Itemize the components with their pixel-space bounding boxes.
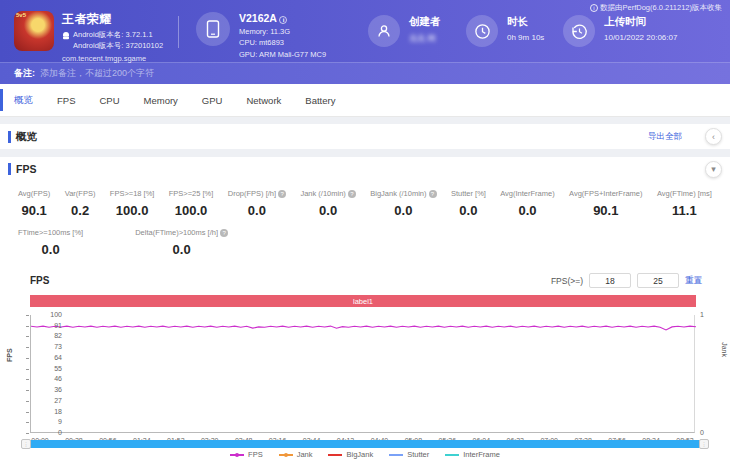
overview-title: 概览 (16, 130, 37, 144)
range-handle-right[interactable]: ⋮ (699, 439, 709, 449)
legend-swatch (230, 454, 244, 456)
stat-avg-interframe: Avg(InterFrame) 0.0 (500, 189, 554, 218)
y-tick: 27 (36, 397, 62, 404)
upload-value: 10/01/2022 20:06:07 (604, 33, 677, 42)
legend-swatch (328, 454, 342, 456)
android-icon (62, 31, 70, 40)
fps-stats-row-2: FTime>=100ms [%] 0.0 Delta(FTime)>100ms … (0, 228, 730, 257)
device-info-icon[interactable]: i (279, 16, 287, 24)
y-tick: 9 (36, 418, 62, 425)
y-tick: 100 (36, 311, 62, 318)
range-handle-left[interactable]: ⋮ (21, 439, 31, 449)
info-icon: i (590, 4, 598, 12)
legend-item-fps[interactable]: FPS (230, 450, 263, 459)
stat-fps-ge-18: FPS>=18 [%] 100.0 (110, 189, 155, 218)
fps-stats-row-1: Avg(FPS) 90.1 Var(FPS) 0.2 FPS>=18 [%] 1… (0, 189, 730, 218)
y-tick: 18 (36, 408, 62, 415)
app-info: 王者荣耀 Android版本名: 3.72.1.1 Android版本号: 37… (14, 11, 163, 63)
y-tick: 73 (36, 343, 62, 350)
report-header: i 数据由PerfDog(6.0.211212)版本收集 王者荣耀 Androi… (0, 0, 730, 62)
section-accent (8, 131, 11, 143)
tab-bar: 概览 FPS CPU Memory GPU Network Battery (0, 84, 730, 117)
chart-range-scrollbar[interactable]: ⋮ ⋮ (22, 440, 708, 448)
y-tick: 82 (36, 332, 62, 339)
upload-info: 上传时间 10/01/2022 20:06:07 (563, 15, 677, 47)
tab-battery[interactable]: Battery (305, 95, 335, 106)
legend-label: InterFrame (463, 450, 500, 459)
reset-button[interactable]: 重置 (685, 275, 702, 287)
stat-jank: Jank (/10min)? 0.0 (300, 189, 355, 218)
stat-stutter: Stutter [%] 0.0 (451, 189, 486, 218)
y-axis-label-left: FPS (6, 348, 13, 362)
stat-avg-fps: Avg(FPS) 90.1 (18, 189, 50, 218)
tab-memory[interactable]: Memory (144, 95, 178, 106)
legend-item-jank[interactable]: Jank (279, 450, 313, 459)
scene-label-band[interactable]: label1 (30, 295, 696, 307)
section-accent (8, 163, 11, 175)
y-tick: 36 (36, 386, 62, 393)
legend-label: BigJank (346, 450, 373, 459)
legend-swatch (445, 454, 459, 456)
threshold-input-low[interactable] (589, 273, 631, 288)
chart-legend: FPSJankBigJankStutterInterFrame (0, 450, 730, 459)
device-cpu: CPU: mt6893 (239, 38, 326, 47)
collapse-left-button[interactable]: ‹ (705, 128, 722, 145)
help-icon[interactable]: ? (429, 190, 437, 198)
stat-delta-ftime: Delta(FTime)>100ms [/h]? 0.0 (135, 228, 228, 257)
device-gpu: GPU: ARM Mali-G77 MC9 (239, 50, 326, 59)
stat-bigjank: BigJank (/10min)? 0.0 (370, 189, 436, 218)
y-axis-label-right: Jank (721, 342, 728, 357)
creator-info: 创建者 兆兆 网 (368, 15, 441, 47)
person-icon (368, 15, 400, 47)
help-icon[interactable]: ? (348, 190, 356, 198)
threshold-input-high[interactable] (637, 273, 679, 288)
export-all-link[interactable]: 导出全部 (648, 131, 682, 143)
fps-card: FPS ▾ Avg(FPS) 90.1 Var(FPS) 0.2 FPS>=18… (0, 157, 730, 463)
threshold-label: FPS(>=) (551, 276, 583, 286)
legend-item-interframe[interactable]: InterFrame (445, 450, 500, 459)
stat-avg-ftime: Avg(FTime) [ms] 11.1 (657, 189, 712, 218)
upload-label: 上传时间 (604, 15, 677, 29)
tab-fps[interactable]: FPS (57, 95, 75, 106)
clock-icon (466, 15, 498, 47)
header-divider (178, 16, 179, 48)
creator-label: 创建者 (409, 15, 441, 29)
scroll-indicator (0, 89, 3, 111)
y-tick: 55 (36, 365, 62, 372)
stat-avg-fps-interframe: Avg(FPS+InterFrame) 90.1 (569, 189, 642, 218)
fps-section-title: FPS (16, 163, 36, 175)
app-icon (14, 11, 54, 51)
collapse-fps-button[interactable]: ▾ (705, 161, 722, 178)
phone-icon (196, 12, 230, 46)
legend-item-stutter[interactable]: Stutter (389, 450, 429, 459)
tab-overview[interactable]: 概览 (14, 94, 33, 107)
fps-chart-title: FPS (30, 275, 49, 286)
tab-cpu[interactable]: CPU (99, 95, 119, 106)
app-version-name: Android版本名: 3.72.1.1 (62, 30, 163, 40)
overview-section-bar: 概览 导出全部 ‹ (0, 124, 730, 149)
app-version-code: Android版本号: 372010102 (62, 41, 163, 51)
collect-note: i 数据由PerfDog(6.0.211212)版本收集 (590, 3, 722, 13)
fps-chart-plot[interactable] (30, 315, 695, 433)
y-tick: 0 (36, 429, 62, 436)
series-fps (31, 326, 696, 330)
help-icon[interactable]: ? (220, 229, 228, 237)
stat-ftime-ge-100: FTime>=100ms [%] 0.0 (18, 228, 83, 257)
tab-gpu[interactable]: GPU (202, 95, 223, 106)
fps-threshold-controls: FPS(>=) 重置 (551, 273, 702, 288)
tab-network[interactable]: Network (246, 95, 281, 106)
help-icon[interactable]: ? (278, 190, 286, 198)
legend-swatch (389, 454, 403, 456)
stat-drop-fps: Drop(FPS) [/h]? 0.0 (228, 189, 286, 218)
legend-item-bigjank[interactable]: BigJank (328, 450, 373, 459)
legend-label: Jank (297, 450, 313, 459)
y-tick: 91 (36, 322, 62, 329)
duration-value: 0h 9m 10s (507, 33, 544, 42)
creator-value: 兆兆 网 (409, 33, 441, 44)
stat-fps-ge-25: FPS>=25 [%] 100.0 (169, 189, 214, 218)
stat-var-fps: Var(FPS) 0.2 (65, 189, 96, 218)
duration-info: 时长 0h 9m 10s (466, 15, 544, 47)
legend-swatch (279, 454, 293, 456)
legend-label: FPS (248, 450, 263, 459)
remark-bar[interactable]: 备注: 添加备注，不超过200个字符 (0, 62, 730, 84)
